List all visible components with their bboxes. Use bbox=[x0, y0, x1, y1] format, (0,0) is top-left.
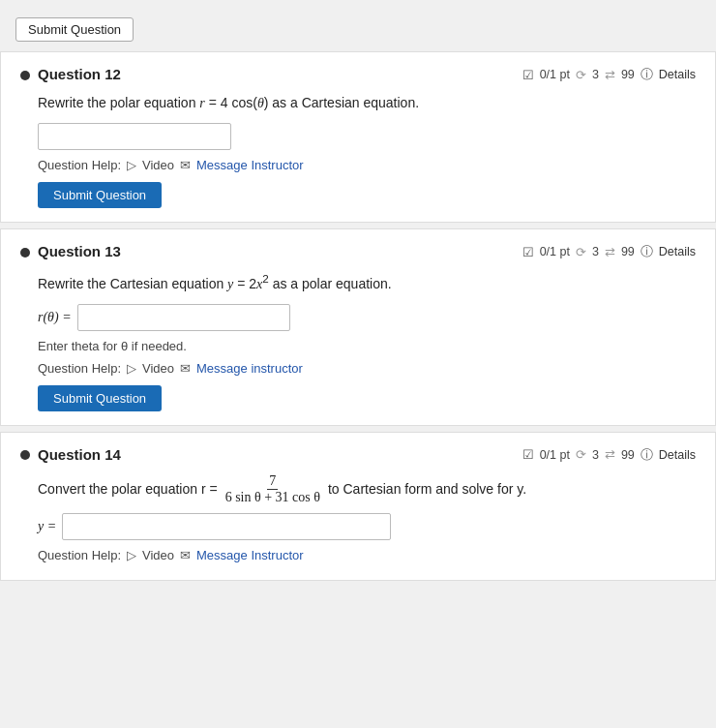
q14-message-link[interactable]: Message Instructor bbox=[196, 548, 304, 562]
q12-help-row: Question Help: ▷ Video ✉ Message Instruc… bbox=[38, 158, 696, 172]
q12-attempts: 99 bbox=[621, 68, 635, 81]
q12-math: r bbox=[199, 96, 204, 110]
q12-title-row: Question 12 bbox=[20, 66, 121, 82]
q14-help-row: Question Help: ▷ Video ✉ Message Instruc… bbox=[38, 548, 696, 562]
q14-meta: ☑ 0/1 pt ⟳ 3 ⇄ 99 ⓘ Details bbox=[522, 446, 696, 464]
q13-message-link[interactable]: Message instructor bbox=[196, 361, 303, 376]
q13-details-link[interactable]: Details bbox=[659, 245, 696, 258]
q13-video-icon: ▷ bbox=[127, 361, 136, 376]
q13-retries: 3 bbox=[592, 245, 599, 258]
top-bar: Submit Question bbox=[0, 10, 716, 51]
q14-video-link[interactable]: Video bbox=[142, 548, 174, 562]
q14-body-prefix: Convert the polar equation r = bbox=[38, 481, 218, 497]
q12-video-link[interactable]: Video bbox=[142, 158, 174, 172]
q13-submit-button[interactable]: Submit Question bbox=[38, 385, 162, 411]
q13-help-label: Question Help: bbox=[38, 361, 121, 376]
q12-check-icon: ☑ bbox=[522, 68, 534, 82]
q13-meta: ☑ 0/1 pt ⟳ 3 ⇄ 99 ⓘ Details bbox=[522, 243, 696, 260]
q13-help-row: Question Help: ▷ Video ✉ Message instruc… bbox=[38, 361, 696, 376]
q12-meta: ☑ 0/1 pt ⟳ 3 ⇄ 99 ⓘ Details bbox=[522, 66, 696, 83]
q14-check-icon: ☑ bbox=[522, 447, 534, 462]
q14-y-label: y = bbox=[38, 519, 56, 534]
q14-title: Question 14 bbox=[38, 446, 121, 463]
q12-details-link[interactable]: Details bbox=[659, 68, 696, 81]
q14-title-row: Question 14 bbox=[20, 446, 121, 463]
q13-info-icon: ⓘ bbox=[641, 243, 653, 260]
q13-math-y: y bbox=[227, 277, 233, 291]
q13-bullet bbox=[20, 248, 30, 258]
q13-message-icon: ✉ bbox=[180, 361, 191, 376]
q12-theta: θ bbox=[257, 96, 264, 110]
question-12-block: Question 12 ☑ 0/1 pt ⟳ 3 ⇄ 99 ⓘ Details … bbox=[0, 51, 716, 223]
q14-fraction-num: 7 bbox=[267, 473, 278, 490]
q12-message-icon: ✉ bbox=[180, 158, 191, 172]
q12-body: Rewrite the polar equation r = 4 cos(θ) … bbox=[38, 93, 696, 113]
q13-title: Question 13 bbox=[38, 243, 121, 259]
q13-r-theta-row: r(θ) = bbox=[38, 304, 696, 331]
q13-hint: Enter theta for θ if needed. bbox=[38, 339, 696, 353]
q14-body-suffix: to Cartesian form and solve for y. bbox=[328, 481, 526, 497]
q12-video-icon: ▷ bbox=[127, 158, 136, 172]
q14-answer-input[interactable] bbox=[62, 513, 391, 540]
q14-score: 0/1 pt bbox=[540, 448, 570, 462]
q12-title: Question 12 bbox=[38, 66, 121, 82]
q14-attempts: 99 bbox=[621, 448, 635, 462]
q14-header: Question 14 ☑ 0/1 pt ⟳ 3 ⇄ 99 ⓘ Details bbox=[20, 446, 696, 464]
q14-y-row: y = bbox=[38, 513, 696, 540]
q12-score: 0/1 pt bbox=[540, 68, 570, 81]
q14-info-icon: ⓘ bbox=[641, 446, 653, 464]
q12-header: Question 12 ☑ 0/1 pt ⟳ 3 ⇄ 99 ⓘ Details bbox=[20, 66, 696, 83]
q13-score: 0/1 pt bbox=[540, 245, 570, 258]
q12-submit-button[interactable]: Submit Question bbox=[38, 182, 162, 208]
q13-attempts: 99 bbox=[621, 245, 635, 258]
q14-body: Convert the polar equation r = 7 6 sin θ… bbox=[38, 473, 696, 505]
q12-bullet bbox=[20, 71, 30, 80]
q14-video-icon: ▷ bbox=[127, 548, 136, 562]
q12-retries: 3 bbox=[592, 68, 599, 81]
q13-header: Question 13 ☑ 0/1 pt ⟳ 3 ⇄ 99 ⓘ Details bbox=[20, 243, 696, 260]
q13-check-icon: ☑ bbox=[522, 245, 534, 259]
q12-message-link[interactable]: Message Instructor bbox=[196, 158, 304, 172]
q14-fraction-den: 6 sin θ + 31 cos θ bbox=[224, 490, 322, 505]
question-14-block: Question 14 ☑ 0/1 pt ⟳ 3 ⇄ 99 ⓘ Details … bbox=[0, 432, 716, 581]
q13-r-theta-label: r(θ) = bbox=[38, 310, 72, 325]
q14-help-label: Question Help: bbox=[38, 548, 121, 562]
q12-answer-input[interactable] bbox=[38, 123, 231, 150]
q14-message-icon: ✉ bbox=[180, 548, 191, 562]
q14-bullet bbox=[20, 450, 30, 460]
q13-body: Rewrite the Cartesian equation y = 2x2 a… bbox=[38, 270, 696, 294]
q13-title-row: Question 13 bbox=[20, 243, 121, 259]
q14-retries: 3 bbox=[592, 448, 599, 462]
top-submit-button[interactable]: Submit Question bbox=[15, 17, 134, 42]
q14-fraction: 7 6 sin θ + 31 cos θ bbox=[224, 473, 322, 505]
page-wrapper: Submit Question Question 12 ☑ 0/1 pt ⟳ 3… bbox=[0, 0, 716, 581]
q12-help-label: Question Help: bbox=[38, 158, 121, 172]
q14-details-link[interactable]: Details bbox=[659, 448, 696, 462]
q12-info-icon: ⓘ bbox=[641, 66, 653, 83]
q13-answer-input[interactable] bbox=[77, 304, 290, 331]
question-13-block: Question 13 ☑ 0/1 pt ⟳ 3 ⇄ 99 ⓘ Details … bbox=[0, 228, 716, 426]
q13-video-link[interactable]: Video bbox=[142, 361, 174, 376]
